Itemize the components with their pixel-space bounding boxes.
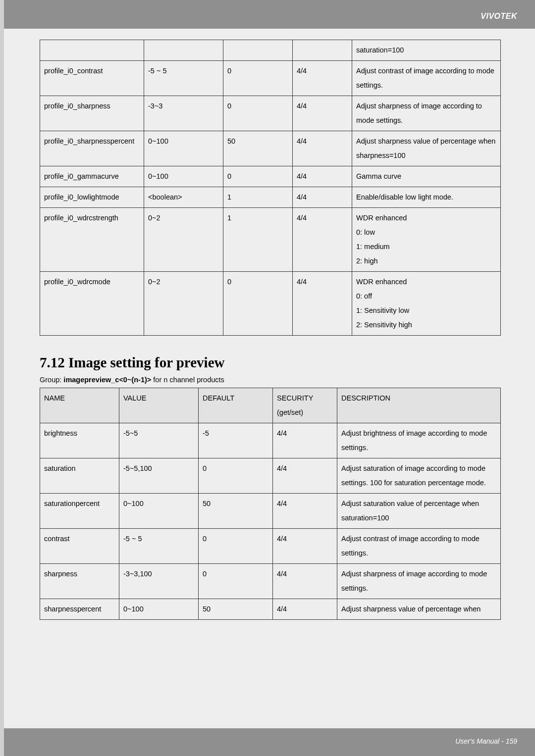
cell-description: WDR enhanced0: low1: medium2: high (352, 208, 501, 272)
cell-default (223, 40, 293, 61)
cell-security: 4/4 (273, 494, 337, 529)
cell-security: 4/4 (293, 61, 352, 96)
cell-security: 4/4 (293, 131, 352, 166)
section-heading: 7.12 Image setting for preview (40, 354, 500, 371)
col-value: VALUE (119, 388, 199, 423)
cell-description: Adjust saturation of image according to … (337, 458, 501, 494)
cell-security: 4/4 (293, 187, 352, 208)
cell-name: contrast (40, 529, 119, 564)
cell-security: 4/4 (293, 96, 352, 131)
table-row: profile_i0_sharpnesspercent0~100504/4Adj… (40, 131, 501, 166)
cell-default: 0 (199, 529, 273, 564)
cell-default: 50 (199, 494, 273, 529)
cell-security: 4/4 (293, 272, 352, 336)
table-row: brightness-5~5-54/4Adjust brightness of … (40, 423, 501, 458)
cell-default: 0 (223, 96, 293, 131)
cell-value: 0~100 (119, 599, 199, 620)
table-row: contrast-5 ~ 504/4Adjust contrast of ima… (40, 529, 501, 564)
table-row: profile_i0_lowlightmode<boolean>14/4Enab… (40, 187, 501, 208)
col-security: SECURITY (get/set) (273, 388, 337, 423)
cell-value: -5 ~ 5 (119, 529, 199, 564)
cell-value: 0~100 (144, 166, 223, 187)
table-row: profile_i0_contrast-5 ~ 504/4Adjust cont… (40, 61, 501, 96)
group-prefix: Group: (40, 376, 63, 384)
cell-default: 0 (199, 458, 273, 494)
cell-description: Adjust contrast of image according to mo… (337, 529, 501, 564)
cell-default: 0 (223, 166, 293, 187)
table-row: profile_i0_wdrcstrength0~214/4WDR enhanc… (40, 208, 501, 272)
table-row: profile_i0_gammacurve0~10004/4Gamma curv… (40, 166, 501, 187)
cell-default: 1 (223, 208, 293, 272)
table-header-row: NAME VALUE DEFAULT SECURITY (get/set) DE… (40, 388, 501, 423)
cell-default: 50 (199, 599, 273, 620)
cell-description: Adjust sharpness of image according to m… (352, 96, 501, 131)
table-row: saturation-5~5,10004/4Adjust saturation … (40, 458, 501, 494)
cell-default: 0 (223, 272, 293, 336)
cell-value: 0~2 (144, 272, 223, 336)
cell-value: 0~100 (144, 131, 223, 166)
cell-name: saturation (40, 458, 119, 494)
cell-default: 1 (223, 187, 293, 208)
cell-description: Adjust brightness of image according to … (337, 423, 501, 458)
cell-value: 0~2 (144, 208, 223, 272)
col-description: DESCRIPTION (337, 388, 501, 423)
cell-description: Adjust contrast of image according to mo… (352, 61, 501, 96)
table-row: saturation=100 (40, 40, 501, 61)
table-row: profile_i0_sharpness-3~304/4Adjust sharp… (40, 96, 501, 131)
left-stripe (0, 0, 4, 756)
group-line: Group: imagepreview_c<0~(n-1)> for n cha… (40, 376, 500, 384)
cell-value: -3~3 (144, 96, 223, 131)
table-row: profile_i0_wdrcmode0~204/4WDR enhanced0:… (40, 272, 501, 336)
cell-description: saturation=100 (352, 40, 501, 61)
cell-name: profile_i0_lowlightmode (40, 187, 144, 208)
brand-label: VIVOTEK (481, 12, 517, 21)
cell-name: brightness (40, 423, 119, 458)
cell-security: 4/4 (293, 166, 352, 187)
group-name: imagepreview_c<0~(n-1)> (63, 376, 151, 384)
cell-value: -5 ~ 5 (144, 61, 223, 96)
col-name: NAME (40, 388, 119, 423)
cell-description: Adjust sharpness value of percentage whe… (352, 131, 501, 166)
footer-text: User's Manual - 159 (455, 737, 517, 745)
cell-security: 4/4 (293, 208, 352, 272)
cell-name: profile_i0_wdrcmode (40, 272, 144, 336)
cell-value: 0~100 (119, 494, 199, 529)
header-band (4, 0, 535, 29)
cell-name: profile_i0_contrast (40, 61, 144, 96)
cell-description: Adjust sharpness value of percentage whe… (337, 599, 501, 620)
cell-name: profile_i0_wdrcstrength (40, 208, 144, 272)
cell-value: -5~5 (119, 423, 199, 458)
cell-value (144, 40, 223, 61)
cell-default: -5 (199, 423, 273, 458)
table-row: sharpness-3~3,10004/4Adjust sharpness of… (40, 564, 501, 599)
group-suffix: for n channel products (151, 376, 224, 384)
parameters-table-continued: saturation=100profile_i0_contrast-5 ~ 50… (40, 40, 501, 336)
table-row: sharpnesspercent0~100504/4Adjust sharpne… (40, 599, 501, 620)
cell-security: 4/4 (273, 529, 337, 564)
cell-name (40, 40, 144, 61)
cell-name: saturationpercent (40, 494, 119, 529)
cell-value: <boolean> (144, 187, 223, 208)
cell-description: WDR enhanced0: off1: Sensitivity low2: S… (352, 272, 501, 336)
cell-name: profile_i0_sharpnesspercent (40, 131, 144, 166)
cell-description: Adjust sharpness of image according to m… (337, 564, 501, 599)
cell-security: 4/4 (273, 458, 337, 494)
cell-name: profile_i0_gammacurve (40, 166, 144, 187)
cell-security (293, 40, 352, 61)
cell-default: 50 (223, 131, 293, 166)
cell-name: sharpness (40, 564, 119, 599)
cell-default: 0 (199, 564, 273, 599)
cell-description: Adjust saturation value of percentage wh… (337, 494, 501, 529)
cell-default: 0 (223, 61, 293, 96)
cell-name: sharpnesspercent (40, 599, 119, 620)
cell-security: 4/4 (273, 599, 337, 620)
cell-security: 4/4 (273, 564, 337, 599)
table-row: saturationpercent0~100504/4Adjust satura… (40, 494, 501, 529)
cell-security: 4/4 (273, 423, 337, 458)
imagepreview-table: NAME VALUE DEFAULT SECURITY (get/set) DE… (40, 388, 501, 620)
cell-value: -3~3,100 (119, 564, 199, 599)
cell-name: profile_i0_sharpness (40, 96, 144, 131)
cell-value: -5~5,100 (119, 458, 199, 494)
content-area: saturation=100profile_i0_contrast-5 ~ 50… (40, 40, 500, 620)
cell-description: Enable/disable low light mode. (352, 187, 501, 208)
